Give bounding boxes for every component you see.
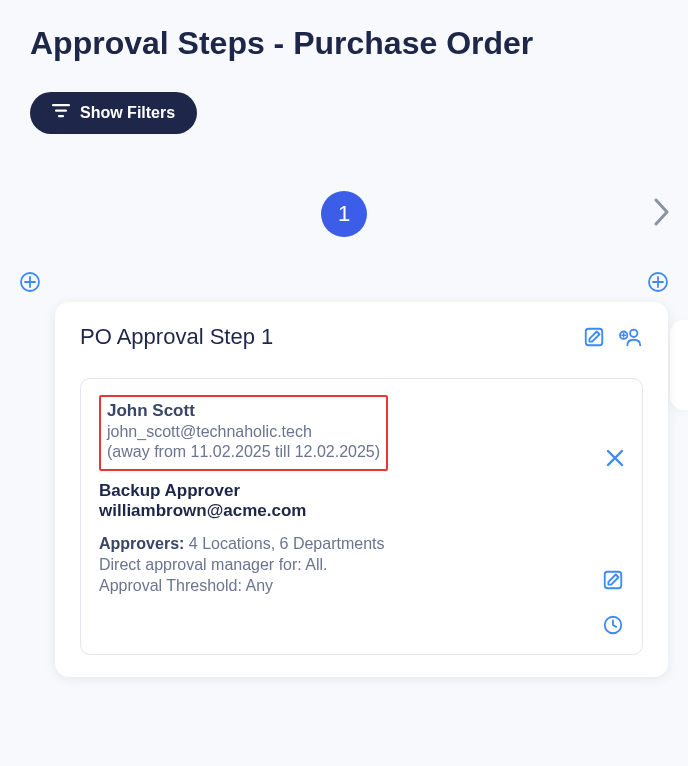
backup-approver-email: williambrown@acme.com xyxy=(99,501,624,521)
chevron-right-icon[interactable] xyxy=(654,198,670,230)
add-approver-button[interactable] xyxy=(619,326,643,348)
add-step-right-button[interactable] xyxy=(648,272,668,292)
card-header: PO Approval Step 1 xyxy=(80,324,643,350)
svg-rect-2 xyxy=(58,115,64,117)
approval-threshold-text: Approval Threshold: Any xyxy=(99,577,624,595)
svg-rect-0 xyxy=(52,104,70,106)
approver-details-card: John Scott john_scott@technaholic.tech (… xyxy=(80,378,643,655)
show-filters-label: Show Filters xyxy=(80,104,175,122)
approver-name: John Scott xyxy=(107,401,380,421)
approvers-summary: Approvers: 4 Locations, 6 Departments xyxy=(99,535,624,553)
next-card-peek xyxy=(670,320,688,410)
history-button[interactable] xyxy=(602,614,624,640)
card-title: PO Approval Step 1 xyxy=(80,324,273,350)
filter-icon xyxy=(52,104,70,122)
svg-point-6 xyxy=(630,330,637,337)
add-step-left-button[interactable] xyxy=(20,272,40,292)
card-header-actions xyxy=(583,326,643,348)
approval-step-card: PO Approval Step 1 John Scott xyxy=(55,302,668,677)
direct-manager-text: Direct approval manager for: All. xyxy=(99,556,624,574)
approvers-value: 4 Locations, 6 Departments xyxy=(184,535,384,552)
show-filters-button[interactable]: Show Filters xyxy=(30,92,197,134)
backup-approver-title: Backup Approver xyxy=(99,481,624,501)
svg-rect-1 xyxy=(55,110,67,112)
approvers-label: Approvers: xyxy=(99,535,184,552)
step-number-badge: 1 xyxy=(321,191,367,237)
edit-approver-button[interactable] xyxy=(602,569,624,595)
approver-highlight-box: John Scott john_scott@technaholic.tech (… xyxy=(99,395,388,471)
approver-email: john_scott@technaholic.tech xyxy=(107,423,380,441)
page-title: Approval Steps - Purchase Order xyxy=(0,0,688,62)
step-indicator-row: 1 xyxy=(0,184,688,244)
remove-approver-button[interactable] xyxy=(606,449,624,471)
approver-away-text: (away from 11.02.2025 till 12.02.2025) xyxy=(107,443,380,461)
edit-step-button[interactable] xyxy=(583,326,605,348)
add-step-row xyxy=(0,244,688,292)
